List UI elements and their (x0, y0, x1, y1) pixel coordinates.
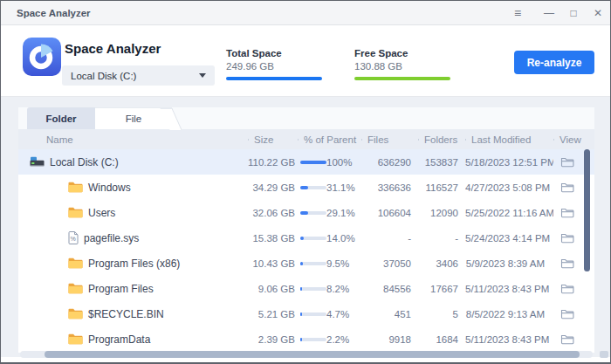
row-folders: - (418, 233, 465, 244)
row-size: 15.38 GB (248, 233, 298, 244)
svg-text:%: % (70, 236, 75, 242)
table-row[interactable]: Local Disk (C:) 110.22 GB 100% 636290 15… (18, 149, 594, 175)
table-row[interactable]: ProgramData 2.39 GB 2.2% 9918 1684 5/11/… (18, 326, 594, 352)
reanalyze-button[interactable]: Re-analyze (514, 51, 594, 74)
percent-bar (300, 338, 326, 341)
row-folders: 12090 (418, 208, 465, 218)
view-folder-icon[interactable] (560, 232, 574, 244)
tabstrip: Folder File (18, 107, 594, 129)
view-folder-icon[interactable] (560, 333, 574, 345)
folder-icon (68, 283, 83, 294)
view-folder-icon[interactable] (560, 258, 574, 269)
free-space-bar (354, 77, 450, 80)
table-row[interactable]: Windows 34.29 GB 31.1% 336636 116527 4/2… (18, 175, 594, 200)
window-controls: ≡ — □ ✕ (505, 1, 610, 25)
row-folders: 1684 (418, 334, 465, 345)
table-row[interactable]: Program Files 9.06 GB 8.2% 84556 17667 5… (18, 276, 594, 301)
titlebar: Space Analyzer ≡ — □ ✕ (1, 1, 610, 25)
content-area: Folder File Name Size % of Parent Files … (1, 97, 610, 362)
row-folders: 116527 (418, 182, 465, 193)
row-percent: 2.2% (326, 334, 361, 345)
vertical-scrollbar[interactable] (584, 149, 590, 271)
percent-bar (300, 211, 326, 215)
tab-folder[interactable]: Folder (27, 107, 95, 129)
percent-bar (300, 287, 326, 291)
total-space-value: 249.96 GB (226, 61, 340, 72)
row-size: 10.43 GB (248, 258, 298, 269)
folder-icon (68, 308, 83, 319)
view-folder-icon[interactable] (560, 156, 574, 168)
percent-bar (300, 312, 326, 316)
column-header-modified[interactable]: Last Modified (465, 134, 553, 145)
row-name: $RECYCLE.BIN (88, 308, 164, 320)
column-header-size[interactable]: Size (248, 134, 298, 145)
view-folder-icon[interactable] (560, 182, 574, 193)
maximize-icon[interactable]: □ (561, 1, 586, 25)
view-folder-icon[interactable] (560, 308, 574, 319)
row-percent: 8.2% (326, 284, 361, 294)
folder-icon (68, 258, 83, 269)
table-row[interactable]: Program Files (x86) 10.43 GB 9.5% 37050 … (18, 251, 594, 276)
column-header-folders[interactable]: Folders (418, 134, 465, 145)
app-logo-icon (23, 38, 61, 76)
table-row[interactable]: % pagefile.sys 15.38 GB 14.0% - - 5/24/2… (18, 225, 594, 251)
table-row[interactable]: $RECYCLE.BIN 5.21 GB 4.7% 451 5 8/5/2022… (18, 301, 594, 326)
column-header-view[interactable]: View (553, 134, 594, 145)
row-percent: 31.1% (326, 182, 361, 193)
percent-bar (300, 237, 326, 240)
folder-icon (68, 182, 83, 193)
row-folders: 153837 (418, 157, 465, 168)
row-modified: 8/5/2022 9:13 AM (465, 309, 553, 319)
row-percent: 9.5% (326, 258, 361, 269)
free-space-value: 130.88 GB (354, 61, 468, 72)
close-icon[interactable]: ✕ (586, 1, 610, 25)
table-header: Name Size % of Parent Files Folders Last… (18, 129, 594, 149)
tab-file[interactable]: File (95, 107, 172, 129)
column-header-percent[interactable]: % of Parent (298, 134, 361, 145)
row-size: 2.39 GB (248, 334, 298, 345)
row-modified: 5/11/2023 8:43 PM (465, 284, 553, 294)
row-files: 636290 (361, 157, 418, 168)
file-icon: % (68, 231, 79, 244)
row-percent: 100% (326, 157, 361, 168)
horizontal-scrollbar-thumb[interactable] (45, 351, 580, 358)
horizontal-scrollbar[interactable] (20, 351, 593, 358)
free-space-label: Free Space (354, 48, 468, 58)
row-name: pagefile.sys (84, 232, 139, 244)
row-name: Program Files (88, 283, 154, 295)
table-row[interactable]: Users 32.06 GB 29.1% 106604 12090 5/25/2… (18, 200, 594, 225)
total-space-label: Total Space (226, 48, 340, 58)
header: Space Analyzer Local Disk (C:) Total Spa… (1, 25, 610, 97)
total-space-stat: Total Space 249.96 GB (226, 48, 340, 80)
drive-selector[interactable]: Local Disk (C:) (62, 65, 215, 86)
row-size: 34.29 GB (248, 182, 298, 193)
row-files: 451 (361, 309, 418, 319)
percent-bar (300, 161, 326, 164)
scrollbar-corner (600, 351, 608, 358)
menu-icon[interactable]: ≡ (505, 1, 530, 25)
row-modified: 5/11/2023 8:43 PM (465, 334, 553, 345)
view-folder-icon[interactable] (560, 207, 574, 218)
row-files: 37050 (361, 258, 418, 269)
column-header-name[interactable]: Name (18, 134, 248, 145)
row-percent: 4.7% (326, 309, 361, 319)
row-size: 32.06 GB (248, 208, 298, 218)
row-files: 9918 (361, 334, 418, 345)
folder-icon (68, 333, 83, 345)
row-modified: 5/9/2023 8:39 AM (465, 258, 553, 269)
view-folder-icon[interactable] (560, 283, 574, 294)
minimize-icon[interactable]: — (537, 1, 561, 25)
chevron-down-icon (199, 73, 206, 78)
window-title: Space Analyzer (17, 8, 91, 18)
row-modified: 5/18/2023 12:51 PM (465, 157, 553, 168)
percent-bar (300, 262, 326, 265)
drive-icon (30, 156, 45, 168)
row-name: Users (88, 207, 115, 219)
column-header-files[interactable]: Files (361, 134, 418, 145)
row-folders: 3406 (418, 258, 465, 269)
percent-bar (300, 186, 326, 189)
folder-table: Name Size % of Parent Files Folders Last… (18, 129, 594, 353)
total-space-bar (226, 77, 322, 80)
row-size: 9.06 GB (248, 284, 298, 294)
row-modified: 5/24/2023 4:14 PM (465, 233, 553, 244)
